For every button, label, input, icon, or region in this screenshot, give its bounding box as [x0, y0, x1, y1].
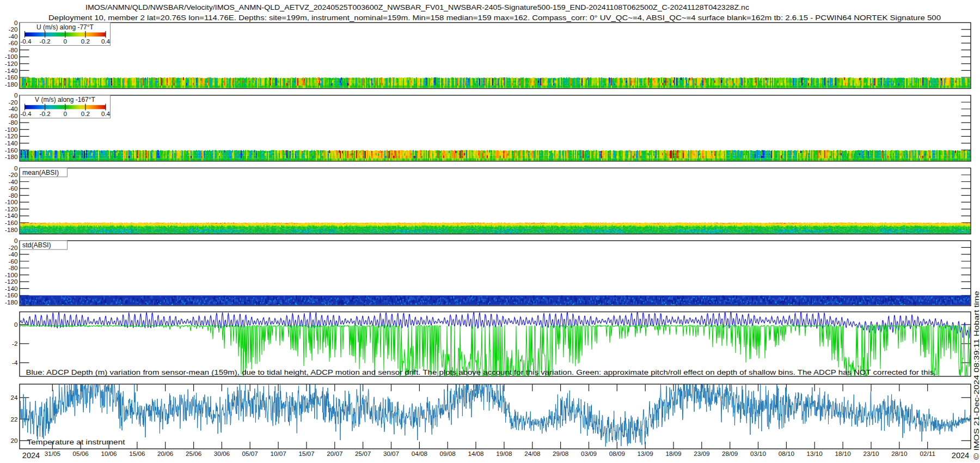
svg-text:0.2: 0.2	[81, 38, 90, 45]
svg-text:25/07: 25/07	[355, 450, 371, 457]
svg-text:-140: -140	[5, 67, 18, 74]
svg-text:-160: -160	[5, 147, 18, 154]
svg-text:28/09: 28/09	[722, 450, 738, 457]
svg-text:-20: -20	[9, 99, 18, 106]
svg-text:05/06: 05/06	[73, 450, 89, 457]
svg-text:0: 0	[14, 237, 18, 244]
svg-text:18/09: 18/09	[665, 450, 681, 457]
svg-text:-0.4: -0.4	[20, 110, 32, 117]
svg-text:-20: -20	[9, 171, 18, 178]
svg-text:U (m/s) along -77°T: U (m/s) along -77°T	[36, 23, 94, 31]
svg-text:23/09: 23/09	[694, 450, 709, 457]
svg-text:30/07: 30/07	[383, 450, 399, 457]
svg-text:-0.2: -0.2	[40, 38, 51, 45]
svg-text:19/08: 19/08	[496, 450, 512, 457]
svg-text:-100: -100	[5, 126, 18, 133]
svg-text:© IMOS 21-Dec-2024 08:39:11 Ho: © IMOS 21-Dec-2024 08:39:11 Hobart time	[973, 291, 980, 460]
svg-text:02/11: 02/11	[920, 450, 935, 457]
svg-text:29/08: 29/08	[553, 450, 568, 457]
svg-text:09/08: 09/08	[440, 450, 456, 457]
svg-text:-40: -40	[9, 33, 18, 40]
svg-text:-160: -160	[5, 291, 18, 298]
svg-text:-4: -4	[12, 359, 18, 366]
svg-text:-180: -180	[5, 81, 18, 88]
svg-text:23/10: 23/10	[863, 450, 879, 457]
svg-text:mean(ABSI): mean(ABSI)	[22, 169, 59, 176]
svg-text:-140: -140	[5, 139, 18, 147]
svg-text:20/07: 20/07	[327, 450, 342, 457]
svg-text:24/08: 24/08	[524, 450, 540, 457]
svg-text:30/06: 30/06	[214, 450, 230, 457]
svg-text:0: 0	[14, 92, 18, 99]
svg-text:0: 0	[64, 110, 68, 117]
svg-text:-0.2: -0.2	[40, 110, 51, 117]
svg-text:-100: -100	[5, 271, 18, 278]
svg-text:V (m/s) along -167°T: V (m/s) along -167°T	[35, 96, 96, 103]
svg-text:28/10: 28/10	[891, 450, 908, 457]
svg-text:-120: -120	[5, 132, 18, 139]
svg-text:-140: -140	[5, 285, 18, 292]
svg-text:-0.4: -0.4	[20, 38, 32, 45]
svg-text:0.2: 0.2	[81, 110, 90, 117]
svg-text:15/06: 15/06	[129, 450, 145, 457]
svg-text:2024: 2024	[952, 451, 969, 460]
svg-text:-100: -100	[5, 53, 18, 60]
svg-text:-120: -120	[5, 60, 18, 67]
svg-text:Blue: ADCP Depth (m) variation: Blue: ADCP Depth (m) variation from sens…	[26, 369, 936, 376]
svg-text:-60: -60	[9, 185, 18, 192]
svg-text:-120: -120	[5, 205, 18, 212]
svg-text:08/09: 08/09	[609, 450, 625, 457]
svg-text:13/10: 13/10	[807, 450, 823, 457]
svg-text:-120: -120	[5, 278, 18, 285]
svg-text:0: 0	[14, 321, 18, 328]
svg-text:03/09: 03/09	[581, 450, 597, 457]
svg-text:10/06: 10/06	[101, 450, 117, 457]
svg-text:-20: -20	[9, 26, 18, 33]
svg-text:18/10: 18/10	[835, 450, 851, 457]
svg-text:20/06: 20/06	[157, 450, 173, 457]
svg-text:-80: -80	[9, 264, 18, 271]
svg-text:15/07: 15/07	[298, 450, 314, 457]
svg-text:0.4: 0.4	[101, 110, 111, 117]
svg-text:-80: -80	[9, 192, 18, 199]
svg-text:-80: -80	[9, 46, 18, 53]
svg-text:-160: -160	[5, 74, 18, 81]
svg-text:-40: -40	[9, 105, 18, 112]
svg-text:Temperature at instrument: Temperature at instrument	[27, 438, 126, 446]
svg-text:-20: -20	[9, 244, 18, 251]
svg-text:-180: -180	[5, 153, 18, 160]
svg-text:-2: -2	[12, 340, 17, 347]
svg-text:-40: -40	[9, 251, 18, 258]
svg-text:IMOS/ANMN/QLD/NWSBAR/Velocity/: IMOS/ANMN/QLD/NWSBAR/Velocity/IMOS_ANMN-…	[85, 3, 749, 11]
svg-text:0.4: 0.4	[101, 38, 111, 45]
svg-text:-140: -140	[5, 212, 18, 219]
svg-text:20: 20	[10, 437, 18, 444]
svg-text:2024: 2024	[22, 451, 40, 460]
svg-text:-60: -60	[9, 112, 18, 119]
svg-text:22: 22	[10, 416, 17, 423]
svg-text:-60: -60	[9, 39, 18, 46]
svg-text:05/07: 05/07	[242, 450, 258, 457]
svg-text:std(ABSI): std(ABSI)	[22, 241, 51, 249]
svg-text:10/07: 10/07	[270, 450, 286, 457]
svg-text:03/10: 03/10	[750, 450, 767, 457]
svg-text:14/08: 14/08	[468, 450, 483, 457]
svg-text:0: 0	[14, 19, 18, 26]
svg-text:-60: -60	[9, 258, 18, 265]
svg-text:04/08: 04/08	[412, 450, 427, 457]
svg-text:-180: -180	[5, 226, 18, 233]
svg-text:25/06: 25/06	[186, 450, 201, 457]
svg-text:24: 24	[10, 394, 18, 401]
svg-text:-40: -40	[9, 178, 18, 185]
svg-text:0: 0	[14, 165, 18, 172]
svg-text:-100: -100	[5, 198, 18, 205]
svg-text:08/10: 08/10	[779, 450, 795, 457]
svg-text:-160: -160	[5, 219, 18, 226]
svg-text:31/05: 31/05	[45, 450, 61, 457]
svg-text:13/09: 13/09	[638, 450, 653, 457]
svg-text:-80: -80	[9, 119, 18, 126]
svg-text:-180: -180	[5, 298, 18, 306]
svg-text:Deployment 10, member 2 lat=20: Deployment 10, member 2 lat=20.76S lon=1…	[48, 14, 941, 22]
svg-text:0: 0	[64, 38, 68, 45]
